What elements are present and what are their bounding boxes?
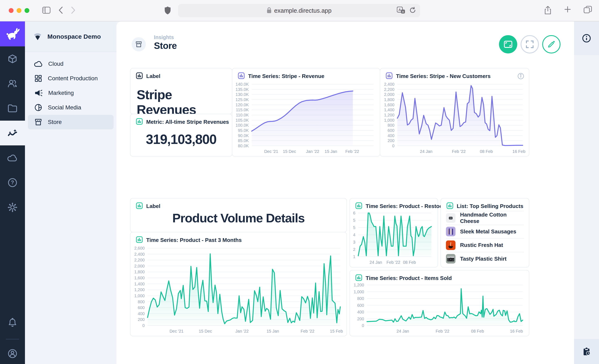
- svg-text:120.0K: 120.0K: [236, 103, 249, 107]
- list-item[interactable]: Rustic Fresh Hat: [446, 238, 524, 252]
- minimize-window-button[interactable]: [17, 8, 21, 13]
- list-item[interactable]: Sleek Metal Sausages: [446, 225, 524, 238]
- page-title: Store: [154, 41, 177, 51]
- sidebar-item-social-media[interactable]: Social Media: [28, 100, 114, 115]
- module-settings[interactable]: [0, 195, 25, 220]
- new-tab-icon[interactable]: [564, 6, 571, 15]
- sidebar-info-tab[interactable]: [574, 21, 599, 55]
- window-controls: [9, 8, 29, 13]
- sidebar-item-label: Cloud: [48, 61, 63, 67]
- folder-icon: [8, 104, 18, 113]
- notifications-bell[interactable]: [0, 310, 25, 335]
- svg-text:125.0K: 125.0K: [236, 97, 249, 102]
- sidebar-item-content-production[interactable]: Content Production: [28, 71, 114, 86]
- zoom-window-button[interactable]: [25, 8, 29, 13]
- activity-clipboard-icon: [582, 347, 591, 356]
- module-cloud[interactable]: [0, 145, 25, 170]
- svg-text:2,000: 2,000: [384, 92, 394, 97]
- svg-text:Feb '22: Feb '22: [300, 329, 314, 333]
- svg-text:16 Feb: 16 Feb: [512, 149, 525, 154]
- svg-text:5: 5: [353, 225, 355, 230]
- label-text: Stripe Revenues: [137, 87, 232, 117]
- sidebar-item-marketing[interactable]: Marketing: [28, 86, 114, 100]
- address-bar[interactable]: example.directus.app A A: [178, 4, 420, 17]
- svg-text:15 Jan: 15 Jan: [267, 329, 279, 333]
- edit-dashboard-button[interactable]: [542, 35, 561, 53]
- svg-text:0: 0: [142, 323, 145, 328]
- activity-log-tab[interactable]: [574, 339, 599, 364]
- svg-text:0: 0: [362, 323, 364, 328]
- panel-chart-icon: [238, 72, 245, 80]
- translate-icon[interactable]: A A: [397, 7, 405, 15]
- panel-title: Time Series: Stripe - Revenue: [248, 73, 325, 80]
- svg-text:5: 5: [353, 218, 355, 222]
- directus-logo[interactable]: [0, 21, 25, 46]
- svg-text:?: ?: [11, 179, 14, 185]
- panel-chart-icon: [355, 274, 362, 282]
- svg-text:130.0K: 130.0K: [236, 92, 249, 97]
- fullscreen-button[interactable]: [520, 35, 539, 53]
- module-users[interactable]: [0, 71, 25, 96]
- module-files[interactable]: [0, 96, 25, 121]
- dashboard-avatar[interactable]: [132, 37, 146, 51]
- metric-value: 319,103,800: [130, 132, 232, 147]
- sidebar-toggle-icon[interactable]: [42, 7, 51, 15]
- svg-text:85.0K: 85.0K: [238, 138, 249, 143]
- tabs-overview-icon[interactable]: [584, 6, 592, 15]
- main-content: Insights Store: [116, 21, 574, 364]
- panel-title: List: Top Selling Products: [457, 203, 523, 209]
- share-icon[interactable]: [544, 6, 552, 15]
- svg-text:2: 2: [353, 247, 355, 252]
- insights-sparkline-icon: [7, 128, 18, 138]
- sidebar-item-label: Marketing: [48, 90, 74, 96]
- help-question-icon: ?: [8, 178, 18, 188]
- back-button[interactable]: [58, 7, 63, 15]
- svg-text:Jan '22: Jan '22: [235, 329, 249, 333]
- privacy-shield-icon[interactable]: [164, 6, 171, 15]
- module-insights[interactable]: [0, 121, 25, 145]
- module-content[interactable]: [0, 46, 25, 71]
- svg-text:200: 200: [388, 138, 394, 143]
- content-cube-icon: [8, 54, 18, 64]
- forward-button[interactable]: [71, 7, 76, 15]
- svg-text:16 Feb: 16 Feb: [510, 329, 523, 333]
- info-icon[interactable]: [517, 73, 524, 80]
- panel-chart-icon: [136, 118, 143, 126]
- panel-new-customers-chart: Time Series: Stripe - New Customers 2,40…: [380, 68, 529, 157]
- breadcrumb[interactable]: Insights: [154, 34, 174, 40]
- modulebar-divider: [6, 339, 19, 339]
- product-thumbnail: [446, 240, 456, 250]
- panel-top-selling-products: List: Top Selling Products Handmade Cott…: [440, 198, 529, 267]
- module-help[interactable]: ?: [0, 170, 25, 195]
- panel-title: Time Series: Product - Restocks: [366, 203, 449, 209]
- list-item[interactable]: Tasty Plastic Shirt: [446, 252, 524, 266]
- svg-text:2,200: 2,200: [134, 258, 145, 262]
- storefront-icon: [135, 41, 142, 48]
- fullscreen-icon: [526, 40, 534, 48]
- top-products-list: Handmade Cotton Cheese Sleek Metal Sausa…: [446, 211, 524, 266]
- project-switcher[interactable]: Monospace Demo: [25, 21, 116, 52]
- panel-chart-icon: [355, 202, 362, 210]
- list-item[interactable]: Handmade Cotton Cheese: [446, 211, 524, 225]
- panel-chart-icon: [136, 236, 143, 244]
- sidebar-item-store[interactable]: Store: [28, 115, 114, 129]
- megaphone-icon: [34, 89, 43, 97]
- sidebar-item-cloud[interactable]: Cloud: [28, 57, 114, 71]
- fit-to-screen-button[interactable]: [499, 35, 517, 53]
- panel-title: Time Series: Product - Items Sold: [366, 275, 452, 281]
- svg-text:1,000: 1,000: [134, 293, 145, 298]
- svg-text:95.0K: 95.0K: [238, 128, 249, 133]
- reload-icon[interactable]: [409, 7, 416, 14]
- svg-text:1,200: 1,200: [353, 283, 364, 287]
- svg-text:1,200: 1,200: [134, 287, 145, 292]
- svg-text:1,200: 1,200: [384, 113, 394, 117]
- svg-text:400: 400: [357, 310, 364, 314]
- account-menu[interactable]: [0, 343, 25, 364]
- bell-icon: [8, 318, 17, 328]
- svg-text:A: A: [402, 10, 404, 13]
- past-3-months-chart: 2,6002,4002,2002,0001,8001,6001,4001,200…: [132, 245, 344, 335]
- panel-title: Label: [146, 73, 160, 80]
- svg-text:2,600: 2,600: [134, 246, 145, 250]
- svg-text:135.0K: 135.0K: [236, 87, 249, 92]
- close-window-button[interactable]: [9, 8, 14, 13]
